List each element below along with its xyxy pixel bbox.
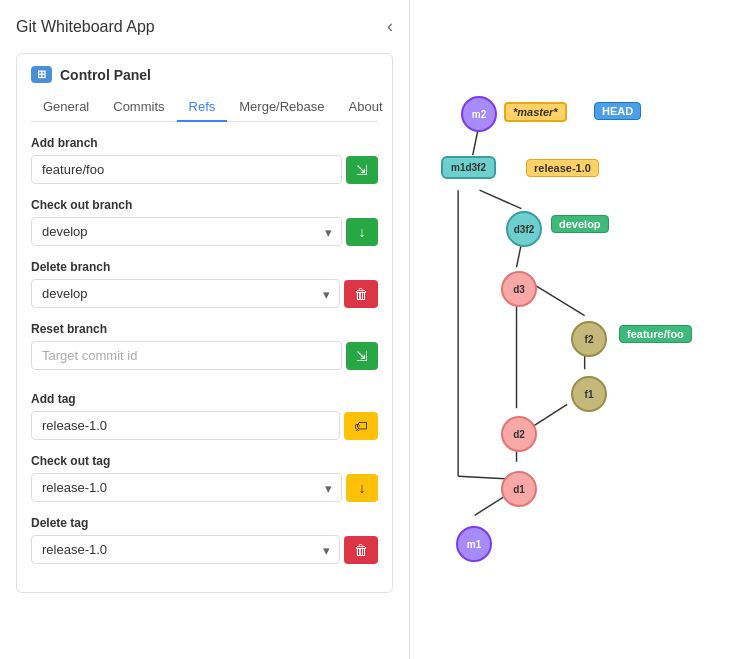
label-master: *master* xyxy=(504,102,567,122)
svg-line-1 xyxy=(480,190,522,208)
reset-branch-button[interactable]: ⇲ xyxy=(346,342,378,370)
delete-tag-button[interactable]: 🗑 xyxy=(344,536,378,564)
node-d3f2[interactable]: d3f2 xyxy=(506,211,542,247)
delete-branch-label: Delete branch xyxy=(31,260,378,274)
add-branch-button[interactable]: ⇲ xyxy=(346,156,378,184)
app-title: Git Whiteboard App xyxy=(16,18,155,36)
checkout-tag-select[interactable]: release-1.0 xyxy=(31,473,342,502)
node-d2[interactable]: d2 xyxy=(501,416,537,452)
node-f2[interactable]: f2 xyxy=(571,321,607,357)
delete-branch-button[interactable]: 🗑 xyxy=(344,280,378,308)
checkout-branch-label: Check out branch xyxy=(31,198,378,212)
tab-general[interactable]: General xyxy=(31,93,101,122)
delete-branch-select[interactable]: develop master feature/foo xyxy=(31,279,340,308)
checkout-tag-section: Check out tag release-1.0 ↓ xyxy=(31,454,378,502)
add-tag-row: 🏷 xyxy=(31,411,378,440)
control-panel-icon: ⊞ xyxy=(31,66,52,83)
left-panel: Git Whiteboard App ‹ ⊞ Control Panel Gen… xyxy=(0,0,410,659)
delete-tag-section: Delete tag release-1.0 🗑 xyxy=(31,516,378,564)
label-release: release-1.0 xyxy=(526,159,599,177)
add-tag-input[interactable] xyxy=(31,411,340,440)
add-branch-input[interactable] xyxy=(31,155,342,184)
checkout-branch-button[interactable]: ↓ xyxy=(346,218,378,246)
svg-line-5 xyxy=(534,285,585,316)
checkout-tag-row: release-1.0 ↓ xyxy=(31,473,378,502)
reset-branch-row: ⇲ xyxy=(31,341,378,370)
control-panel-header: ⊞ Control Panel xyxy=(31,66,378,83)
right-panel: m2 *master* HEAD m1d3f2 release-1.0 d3f2… xyxy=(410,0,734,659)
label-head: HEAD xyxy=(594,102,641,120)
checkout-tag-wrapper: release-1.0 xyxy=(31,473,342,502)
node-m2[interactable]: m2 xyxy=(461,96,497,132)
add-branch-label: Add branch xyxy=(31,136,378,150)
label-develop: develop xyxy=(551,215,609,233)
tab-refs[interactable]: Refs xyxy=(177,93,228,122)
svg-line-4 xyxy=(517,244,522,267)
node-m1[interactable]: m1 xyxy=(456,526,492,562)
control-panel: ⊞ Control Panel General Commits Refs Mer… xyxy=(16,53,393,593)
node-f1[interactable]: f1 xyxy=(571,376,607,412)
tab-merge-rebase[interactable]: Merge/Rebase xyxy=(227,93,336,122)
delete-tag-select[interactable]: release-1.0 xyxy=(31,535,340,564)
checkout-tag-label: Check out tag xyxy=(31,454,378,468)
checkout-branch-select[interactable]: develop master feature/foo xyxy=(31,217,342,246)
app-title-row: Git Whiteboard App ‹ xyxy=(16,16,393,37)
svg-line-8 xyxy=(534,404,567,425)
collapse-button[interactable]: ‹ xyxy=(387,16,393,37)
reset-branch-section: Reset branch ⇲ xyxy=(31,322,378,370)
delete-tag-row: release-1.0 🗑 xyxy=(31,535,378,564)
add-branch-row: ⇲ xyxy=(31,155,378,184)
add-tag-label: Add tag xyxy=(31,392,378,406)
checkout-branch-wrapper: develop master feature/foo xyxy=(31,217,342,246)
node-d3[interactable]: d3 xyxy=(501,271,537,307)
node-m1d3f2[interactable]: m1d3f2 xyxy=(441,156,496,179)
svg-line-10 xyxy=(475,497,504,515)
tab-commits[interactable]: Commits xyxy=(101,93,176,122)
checkout-tag-button[interactable]: ↓ xyxy=(346,474,378,502)
reset-branch-input[interactable] xyxy=(31,341,342,370)
label-feature-foo: feature/foo xyxy=(619,325,692,343)
control-panel-title: Control Panel xyxy=(60,67,151,83)
add-tag-section: Add tag 🏷 xyxy=(31,392,378,440)
checkout-branch-section: Check out branch develop master feature/… xyxy=(31,198,378,246)
git-graph: m2 *master* HEAD m1d3f2 release-1.0 d3f2… xyxy=(426,16,718,596)
delete-tag-label: Delete tag xyxy=(31,516,378,530)
node-d1[interactable]: d1 xyxy=(501,471,537,507)
reset-branch-label: Reset branch xyxy=(31,322,378,336)
delete-tag-wrapper: release-1.0 xyxy=(31,535,340,564)
svg-line-0 xyxy=(473,132,478,155)
add-branch-section: Add branch ⇲ xyxy=(31,136,378,184)
delete-branch-row: develop master feature/foo 🗑 xyxy=(31,279,378,308)
tab-about[interactable]: About xyxy=(337,93,395,122)
add-tag-button[interactable]: 🏷 xyxy=(344,412,378,440)
delete-branch-wrapper: develop master feature/foo xyxy=(31,279,340,308)
checkout-branch-row: develop master feature/foo ↓ xyxy=(31,217,378,246)
delete-branch-section: Delete branch develop master feature/foo… xyxy=(31,260,378,308)
tabs: General Commits Refs Merge/Rebase About xyxy=(31,93,378,122)
